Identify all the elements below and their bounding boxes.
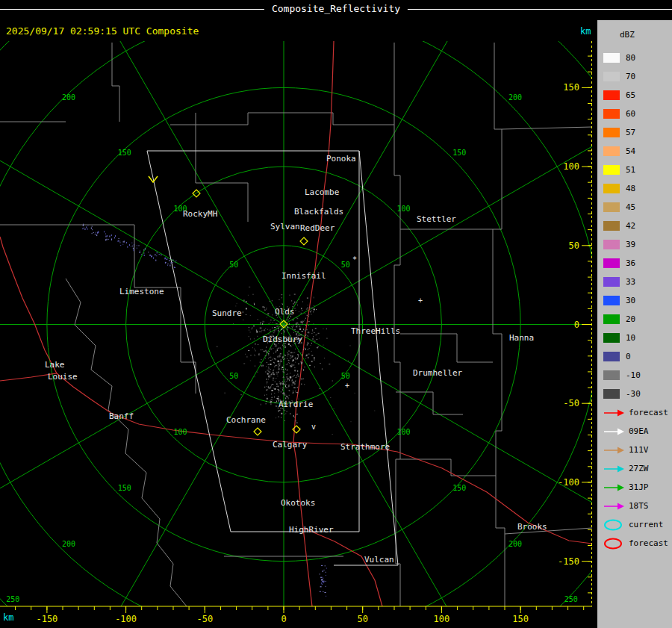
- svg-text:200: 200: [508, 93, 522, 102]
- colorbar-value: 48: [626, 184, 635, 193]
- track-arrow-icon: [603, 425, 626, 438]
- window-title: Composite_Reflectivity: [264, 3, 408, 14]
- city-label: Innisfail: [281, 271, 326, 281]
- colorbar-value: 70: [626, 72, 635, 81]
- colorbar-entry: 51: [597, 161, 672, 179]
- colorbar-swatch: [603, 72, 620, 81]
- svg-text:50: 50: [229, 372, 238, 380]
- cell-ellipse-icon: [603, 518, 626, 532]
- svg-text:200: 200: [62, 93, 75, 102]
- colorbar-swatch: [603, 277, 620, 287]
- axes: -150-100-50050100150150100500-50-100-150…: [0, 41, 592, 624]
- colorbar-swatch: [603, 202, 620, 212]
- colorbar-value: 51: [626, 165, 635, 175]
- colorbar-value: 45: [626, 202, 635, 212]
- colorbar-swatch: [603, 146, 620, 156]
- city-label: Cochrane: [226, 415, 266, 425]
- city-label: Drumheller: [413, 368, 463, 378]
- colorbar-entry: 45: [597, 198, 672, 217]
- city-label: Calgary: [273, 440, 308, 450]
- colorbar-entry: 65: [597, 86, 672, 105]
- colorbar-swatch: [603, 370, 620, 380]
- city-label: Louise: [48, 372, 78, 382]
- colorbar-value: -10: [626, 370, 641, 380]
- colorbar-value: 20: [626, 314, 635, 324]
- svg-text:100: 100: [174, 428, 187, 436]
- svg-text:150: 150: [118, 484, 131, 492]
- y-axis-tick-label: -50: [563, 398, 579, 408]
- colorbar-entry: 0: [597, 347, 672, 366]
- city-label: HighRiver: [289, 525, 334, 535]
- city-label: Sundre: [212, 308, 242, 318]
- legend-item: 27ZW: [597, 459, 672, 478]
- city-label: Sylvan: [270, 222, 300, 231]
- y-axis-tick-label: 100: [563, 161, 579, 172]
- x-axis-tick-label: -100: [115, 614, 137, 624]
- city-label: Didsbury: [263, 335, 302, 344]
- point-marker: v: [311, 423, 316, 431]
- colorbar-value: 10: [626, 333, 635, 343]
- svg-text:200: 200: [62, 540, 75, 548]
- track-arrow-icon: [603, 500, 626, 513]
- legend-item: 31JP: [597, 478, 672, 497]
- track-arrow-icon: [603, 444, 626, 457]
- colorbar-entry: -30: [597, 385, 672, 403]
- colorbar-value: 39: [626, 240, 635, 249]
- city-label: Banff: [109, 411, 134, 421]
- colorbar-swatch: [603, 221, 620, 231]
- colorbar-swatch: [603, 258, 620, 268]
- colorbar-entry: 42: [597, 217, 672, 235]
- x-axis-tick-label: 50: [357, 614, 367, 624]
- radar-app-window: Composite_Reflectivity 2025/09/17 02:59:…: [0, 0, 672, 628]
- city-label: Stettler: [417, 214, 456, 224]
- colorbar-value: 60: [626, 109, 635, 119]
- radar-station-marker: [293, 426, 300, 433]
- legend-label: forecast: [629, 538, 668, 548]
- point-marker: +: [418, 296, 423, 305]
- legend-panel: dBZ 807065605754514845423936333020100-10…: [597, 20, 672, 628]
- colorbar-swatch: [603, 314, 620, 324]
- colorbar-entry: 10: [597, 329, 672, 347]
- colorbar-entry: 60: [597, 105, 672, 123]
- svg-text:50: 50: [229, 261, 238, 269]
- track-arrow-icon: [603, 462, 626, 476]
- track-arrow-icon: [603, 406, 626, 420]
- legend-item: forecast: [597, 534, 672, 553]
- colorbar: 807065605754514845423936333020100-10-30f…: [597, 49, 672, 553]
- title-bar: Composite_Reflectivity: [0, 0, 672, 19]
- colorbar-title: dBZ: [620, 30, 672, 40]
- svg-text:200: 200: [508, 540, 522, 548]
- city-label: Lake: [45, 360, 65, 370]
- colorbar-entry: 20: [597, 310, 672, 329]
- colorbar-swatch: [603, 109, 620, 119]
- colorbar-entry: 48: [597, 179, 672, 198]
- city-label: Vulcan: [364, 555, 394, 565]
- svg-text:150: 150: [118, 149, 131, 157]
- colorbar-value: 33: [626, 277, 635, 287]
- colorbar-value: 42: [626, 221, 635, 231]
- legend-item: forecast: [597, 403, 672, 422]
- svg-text:250: 250: [564, 595, 578, 603]
- city-label: Okotoks: [281, 498, 315, 508]
- svg-text:50: 50: [341, 261, 350, 269]
- svg-text:250: 250: [6, 595, 19, 603]
- colorbar-value: 36: [626, 258, 635, 268]
- svg-text:150: 150: [452, 484, 466, 492]
- unit-label-top: km: [580, 26, 591, 37]
- colorbar-entry: 30: [597, 291, 672, 310]
- colorbar-value: -30: [626, 389, 641, 399]
- colorbar-swatch: [603, 128, 620, 137]
- colorbar-swatch: [603, 333, 620, 343]
- radar-echoes: [82, 224, 375, 597]
- radar-map[interactable]: 5010015020050100150200501001502002505010…: [0, 41, 594, 628]
- track-arrow-icon: [603, 481, 626, 494]
- y-axis-tick-label: -150: [558, 556, 579, 567]
- colorbar-value: 30: [626, 296, 635, 305]
- y-axis-tick-label: -100: [558, 477, 579, 488]
- legend-label: 18TS: [629, 501, 649, 511]
- colorbar-entry: 80: [597, 49, 672, 67]
- point-marker: *: [352, 255, 357, 264]
- radar-station-marker: [254, 428, 261, 435]
- colorbar-swatch: [603, 184, 620, 193]
- timestamp-label: 2025/09/17 02:59:15 UTC Composite: [6, 25, 199, 37]
